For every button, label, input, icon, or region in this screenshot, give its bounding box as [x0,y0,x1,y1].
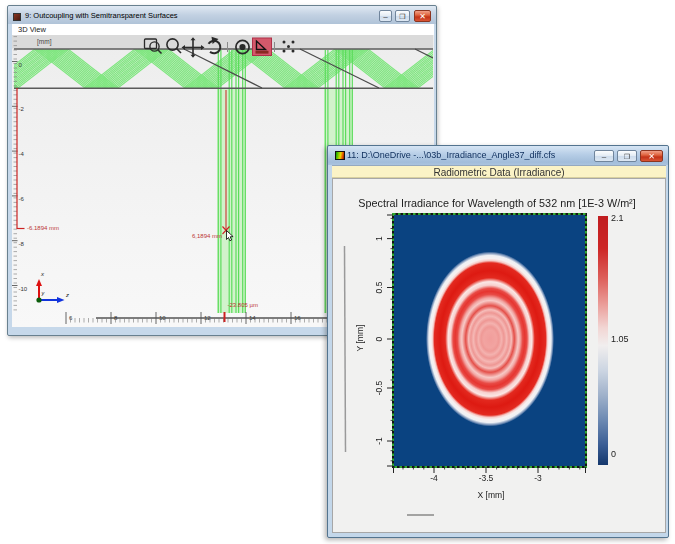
svg-text:1: 1 [374,236,384,241]
svg-text:X [mm]: X [mm] [478,490,505,500]
svg-text:1.05: 1.05 [611,334,629,344]
svg-text:y: y [41,290,46,296]
svg-text:-8: -8 [19,241,25,247]
svg-text:-3.5: -3.5 [479,473,494,483]
svg-text:Y [mm]: Y [mm] [355,325,365,352]
svg-text:0: 0 [611,449,616,459]
svg-text:-2: -2 [19,106,25,112]
svg-text:6: 6 [69,315,73,321]
svg-text:x: x [40,271,45,277]
svg-text:2.1: 2.1 [611,213,624,223]
svg-text:-0.5: -0.5 [374,380,384,395]
svg-text:-3: -3 [534,473,542,483]
svg-text:0.5: 0.5 [374,281,384,293]
svg-text:-6.1894 mm: -6.1894 mm [27,225,59,231]
svg-text:z: z [65,292,69,298]
svg-text:[mm]: [mm] [37,38,52,46]
svg-text:0: 0 [374,336,384,341]
svg-text:Spectral Irradiance for Wavele: Spectral Irradiance for Wavelength of 53… [358,197,635,209]
svg-text:-4: -4 [430,473,438,483]
svg-text:-23.805 µm: -23.805 µm [228,302,258,308]
svg-text:-6: -6 [19,196,25,202]
svg-text:-1: -1 [374,437,384,445]
svg-text:-4: -4 [19,151,25,157]
svg-text:6,1894 mm: 6,1894 mm [192,233,222,239]
svg-text:-10: -10 [19,286,28,292]
